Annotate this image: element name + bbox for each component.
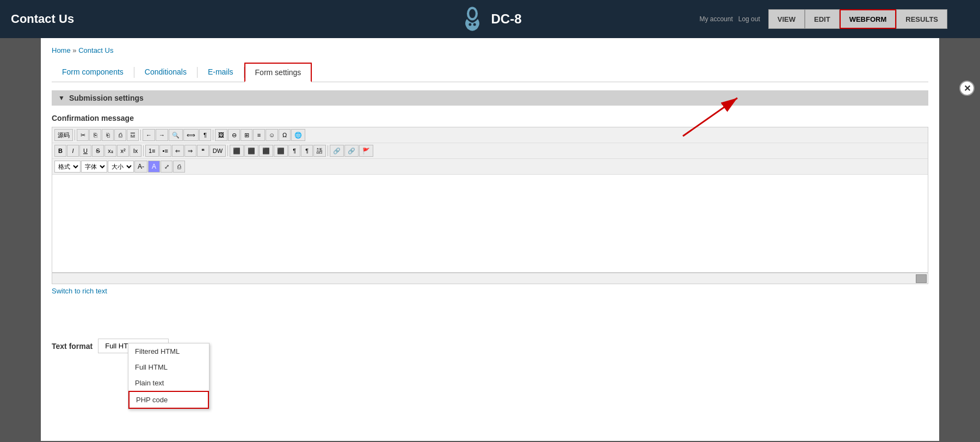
scrollbar-thumb[interactable] bbox=[916, 274, 927, 283]
log-out-link[interactable]: Log out bbox=[738, 15, 760, 23]
italic-btn[interactable]: I bbox=[67, 145, 79, 157]
breadcrumb-current[interactable]: Contact Us bbox=[78, 46, 113, 54]
underline-btn[interactable]: U bbox=[79, 145, 91, 157]
page-title: Contact Us bbox=[11, 12, 74, 26]
indent-btn[interactable]: ⇒ bbox=[184, 145, 196, 157]
alignjustify-btn[interactable]: ⬛ bbox=[274, 145, 288, 157]
tab-conditionals[interactable]: Conditionals bbox=[134, 63, 197, 82]
alignright-btn[interactable]: ⬛ bbox=[259, 145, 273, 157]
specialchar-btn[interactable]: Ω bbox=[279, 129, 291, 141]
bold-btn[interactable]: B bbox=[54, 145, 66, 157]
creatediv-btn[interactable]: DW bbox=[209, 145, 226, 157]
superscript-btn[interactable]: x² bbox=[117, 145, 129, 157]
text-format-label: Text format bbox=[52, 342, 93, 351]
textcolor-btn[interactable]: A- bbox=[134, 161, 147, 173]
editor-body[interactable] bbox=[52, 175, 928, 273]
replace-btn[interactable]: ⟺ bbox=[183, 129, 199, 141]
edit-tab-btn[interactable]: EDIT bbox=[805, 9, 840, 29]
format-select[interactable]: 格式 bbox=[54, 161, 81, 173]
find-btn[interactable]: 🔍 bbox=[169, 129, 183, 141]
close-button[interactable]: ✕ bbox=[959, 81, 975, 96]
outdent-btn[interactable]: ⇐ bbox=[172, 145, 184, 157]
cut-btn[interactable]: ✂ bbox=[77, 129, 89, 141]
removeformat-btn[interactable]: Ix bbox=[130, 145, 141, 157]
blockquote-btn[interactable]: ❝ bbox=[197, 145, 209, 157]
top-bar: Contact Us DC-8 My account Log out VIEW … bbox=[0, 0, 980, 38]
bidi-ltr-btn[interactable]: ¶ bbox=[288, 145, 300, 157]
webform-tab-btn[interactable]: WEBFORM bbox=[840, 9, 897, 29]
logo-area: DC-8 bbox=[458, 5, 521, 33]
unorderedlist-btn[interactable]: •≡ bbox=[159, 145, 171, 157]
my-account-link[interactable]: My account bbox=[699, 15, 732, 23]
section-collapse-arrow[interactable]: ▼ bbox=[58, 94, 65, 102]
dropdown-php-code[interactable]: PHP code bbox=[128, 391, 209, 409]
smiley-btn[interactable]: ☺ bbox=[266, 129, 278, 141]
confirmation-section: Confirmation message 源码 ✂ ⎘ ⎗ ⎙ ☲ ← → 🔍 … bbox=[52, 106, 928, 353]
sep4 bbox=[143, 145, 144, 156]
bidi-rtl-btn[interactable]: ¶ bbox=[301, 145, 313, 157]
dropdown-full-html[interactable]: Full HTML bbox=[128, 359, 209, 375]
unlink-btn[interactable]: 🔗 bbox=[344, 145, 359, 157]
toolbar-row-3: 格式 字体 大小 A- A ⤢ ⎙ bbox=[52, 159, 928, 175]
aligncenter-btn[interactable]: ⬛ bbox=[244, 145, 258, 157]
confirmation-label: Confirmation message bbox=[52, 114, 928, 122]
sep2 bbox=[140, 130, 141, 140]
anchor-btn[interactable]: 🚩 bbox=[359, 145, 373, 157]
editor-scrollbar[interactable] bbox=[52, 273, 928, 284]
paste-btn[interactable]: ⎗ bbox=[102, 129, 114, 141]
language-btn[interactable]: 語 bbox=[313, 145, 326, 157]
form-tabs: Form components Conditionals E-mails For… bbox=[52, 63, 928, 82]
toolbar-row-1: 源码 ✂ ⎘ ⎗ ⎙ ☲ ← → 🔍 ⟺ ¶ 🖼 ⊖ ⊞ ≡ ☺ Ω bbox=[52, 127, 928, 143]
font-select[interactable]: 字体 bbox=[81, 161, 107, 173]
svg-point-1 bbox=[469, 9, 476, 19]
tab-emails[interactable]: E-mails bbox=[198, 63, 244, 82]
dropdown-plain-text[interactable]: Plain text bbox=[128, 375, 209, 391]
size-select[interactable]: 大小 bbox=[108, 161, 134, 173]
showblocks-btn[interactable]: ¶ bbox=[199, 129, 211, 141]
logo-text: DC-8 bbox=[491, 11, 521, 27]
top-bar-right: My account Log out VIEW EDIT WEBFORM RES… bbox=[699, 0, 947, 38]
main-content: Home » Contact Us Form components Condit… bbox=[41, 38, 939, 441]
alignleft-btn[interactable]: ⬛ bbox=[230, 145, 244, 157]
flash-btn[interactable]: ⊖ bbox=[228, 129, 240, 141]
breadcrumb: Home » Contact Us bbox=[52, 46, 928, 54]
tab-form-components[interactable]: Form components bbox=[52, 63, 134, 82]
results-tab-btn[interactable]: RESULTS bbox=[896, 9, 947, 29]
switch-to-rich-text[interactable]: Switch to rich text bbox=[52, 287, 107, 295]
iframe-btn[interactable]: 🌐 bbox=[291, 129, 305, 141]
undo-btn[interactable]: ← bbox=[143, 129, 155, 141]
sep5 bbox=[227, 145, 228, 156]
section-title: Submission settings bbox=[69, 94, 144, 102]
bgcolor-btn[interactable]: A bbox=[148, 161, 160, 173]
table-btn[interactable]: ⊞ bbox=[241, 129, 252, 141]
submission-settings-header: ▼ Submission settings bbox=[52, 90, 928, 106]
sep3 bbox=[213, 130, 213, 140]
tab-form-settings[interactable]: Form settings bbox=[244, 63, 312, 82]
rich-text-editor: 源码 ✂ ⎘ ⎗ ⎙ ☲ ← → 🔍 ⟺ ¶ 🖼 ⊖ ⊞ ≡ ☺ Ω bbox=[52, 127, 928, 284]
breadcrumb-separator: » bbox=[72, 46, 76, 54]
showblocks2-btn[interactable]: ⎙ bbox=[173, 161, 185, 173]
paste-word-btn[interactable]: ☲ bbox=[127, 129, 139, 141]
link-btn[interactable]: 🔗 bbox=[330, 145, 344, 157]
source-btn[interactable]: 源码 bbox=[54, 129, 73, 141]
hline-btn[interactable]: ≡ bbox=[253, 129, 265, 141]
sep6 bbox=[328, 145, 328, 156]
svg-point-2 bbox=[469, 23, 471, 26]
view-tab-btn[interactable]: VIEW bbox=[768, 9, 805, 29]
subscript-btn[interactable]: x₂ bbox=[104, 145, 116, 157]
copy-btn[interactable]: ⎘ bbox=[89, 129, 101, 141]
maximize-btn[interactable]: ⤢ bbox=[161, 161, 172, 173]
strike-btn[interactable]: S bbox=[92, 145, 104, 157]
user-links: My account Log out bbox=[699, 15, 760, 23]
logo-icon bbox=[458, 5, 485, 33]
dropdown-filtered-html[interactable]: Filtered HTML bbox=[128, 343, 209, 359]
breadcrumb-home[interactable]: Home bbox=[52, 46, 71, 54]
redo-btn[interactable]: → bbox=[156, 129, 168, 141]
text-format-dropdown: Filtered HTML Full HTML Plain text PHP c… bbox=[128, 343, 209, 409]
sep bbox=[75, 130, 75, 140]
svg-point-3 bbox=[473, 23, 476, 26]
image-btn[interactable]: 🖼 bbox=[215, 129, 227, 141]
paste-plain-btn[interactable]: ⎙ bbox=[114, 129, 126, 141]
toolbar-row-2: B I U S x₂ x² Ix 1≡ •≡ ⇐ ⇒ ❝ DW ⬛ ⬛ ⬛ ⬛ … bbox=[52, 143, 928, 159]
orderedlist-btn[interactable]: 1≡ bbox=[145, 145, 159, 157]
